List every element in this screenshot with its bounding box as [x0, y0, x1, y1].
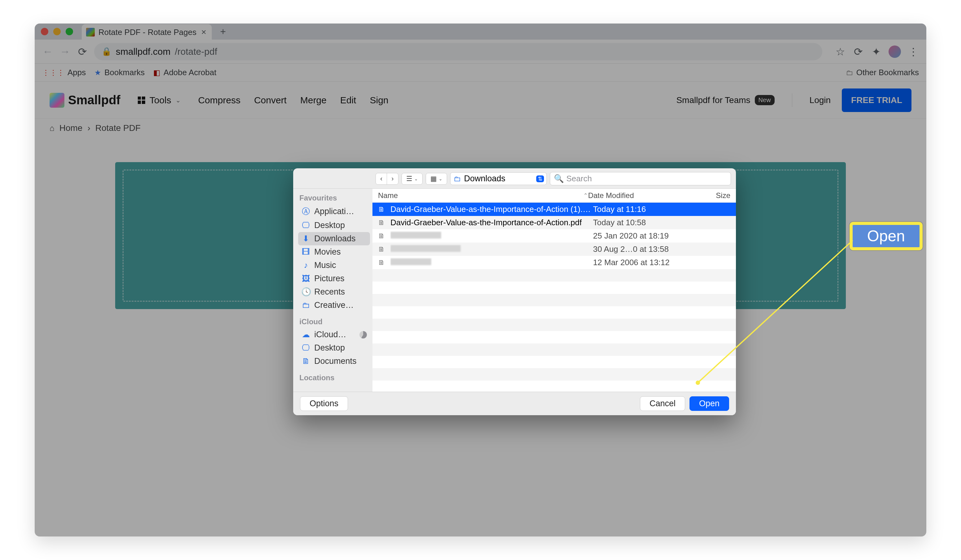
cancel-button[interactable]: Cancel — [640, 396, 685, 411]
sidebar-movies[interactable]: 🎞Movies — [298, 246, 370, 258]
breadcrumb-sep: › — [87, 123, 90, 133]
update-icon[interactable]: ⟳ — [853, 46, 864, 57]
adobe-shortcut[interactable]: ◧Adobe Acrobat — [153, 68, 216, 77]
document-icon: 🗎 — [378, 258, 387, 267]
logo-text: Smallpdf — [68, 93, 121, 107]
empty-row — [373, 306, 736, 319]
empty-row — [373, 269, 736, 282]
smallpdf-logo[interactable]: Smallpdf — [50, 93, 121, 108]
url-field[interactable]: 🔒 smallpdf.com/rotate-pdf — [94, 43, 822, 60]
bookmarks-shortcut[interactable]: ★Bookmarks — [95, 68, 145, 77]
app-header: Smallpdf Tools ⌄ Compress Convert Merge … — [35, 82, 926, 119]
sidebar-creative[interactable]: 🗀Creative… — [298, 298, 370, 312]
bookmarks-bar: ⋮⋮⋮Apps ★Bookmarks ◧Adobe Acrobat 🗀Other… — [35, 64, 926, 82]
menu-icon[interactable]: ⋮ — [908, 46, 919, 57]
file-name: David-Graeber-Value-as-the-Importance-of… — [391, 204, 593, 214]
zoom-window-icon[interactable] — [66, 28, 73, 35]
sidebar-icloud-desktop[interactable]: 🖵Desktop — [298, 341, 370, 355]
login-link[interactable]: Login — [810, 95, 831, 105]
nav-history: ‹ › — [376, 173, 399, 185]
home-icon[interactable]: ⌂ — [50, 124, 55, 133]
new-tab-button[interactable]: + — [217, 26, 229, 38]
nav-merge[interactable]: Merge — [301, 95, 327, 106]
other-bookmarks[interactable]: 🗀Other Bookmarks — [846, 68, 919, 77]
dialog-footer: Options Cancel Open — [293, 392, 736, 415]
apps-shortcut[interactable]: ⋮⋮⋮Apps — [42, 68, 86, 77]
tools-dropdown[interactable]: Tools ⌄ — [138, 95, 181, 106]
traffic-lights[interactable] — [41, 28, 73, 35]
file-row[interactable]: 🗎David-Graeber-Value-as-the-Importance-o… — [373, 203, 736, 216]
document-icon: 🗎 — [378, 219, 387, 227]
nav-convert[interactable]: Convert — [254, 95, 287, 106]
free-trial-button[interactable]: FREE TRIAL — [842, 88, 911, 112]
callout-annotation: Open — [850, 222, 922, 250]
nav-edit[interactable]: Edit — [340, 95, 356, 106]
teams-link[interactable]: Smallpdf for Teams New — [676, 95, 774, 105]
sidebar-applications[interactable]: ⒶApplicati… — [298, 204, 370, 219]
window-titlebar: Rotate PDF - Rotate Pages Onl × + — [35, 24, 926, 40]
grid-view-button[interactable]: ▦ ⌄ — [426, 173, 447, 185]
col-date[interactable]: Date Modified — [588, 191, 696, 200]
sidebar-icloud-documents[interactable]: 🗎Documents — [298, 355, 370, 368]
sidebar-icloud-drive[interactable]: ☁iCloud… — [298, 328, 370, 341]
chevron-down-icon: ⌄ — [175, 96, 181, 104]
location-dropdown[interactable]: 🗀 Downloads ⇅ — [450, 172, 547, 185]
file-date: Today at 10:58 — [593, 218, 698, 228]
empty-row — [373, 356, 736, 368]
forward-button[interactable]: → — [59, 46, 71, 57]
list-view-button[interactable]: ☰ ⌄ — [402, 173, 422, 185]
nav-compress[interactable]: Compress — [198, 95, 241, 106]
extensions-icon[interactable]: ✦ — [871, 46, 882, 57]
browser-tab[interactable]: Rotate PDF - Rotate Pages Onl × — [82, 24, 212, 40]
file-row[interactable]: 🗎25 Jan 2020 at 18:19 — [373, 229, 736, 242]
tab-close-icon[interactable]: × — [201, 27, 206, 37]
sidebar-desktop[interactable]: 🖵Desktop — [298, 219, 370, 232]
minimize-window-icon[interactable] — [53, 28, 61, 35]
open-button[interactable]: Open — [689, 396, 729, 411]
breadcrumb: ⌂ Home › Rotate PDF — [35, 119, 926, 137]
file-pane: Name⌃ Date Modified Size 🗎David-Graeber-… — [373, 189, 736, 392]
col-name[interactable]: Name⌃ — [378, 191, 588, 200]
dialog-sidebar: Favourites ⒶApplicati… 🖵Desktop ⬇Downloa… — [293, 189, 373, 392]
sidebar-music[interactable]: ♪Music — [298, 258, 370, 272]
file-date: 30 Aug 2…0 at 13:58 — [593, 244, 698, 254]
tab-title: Rotate PDF - Rotate Pages Onl — [98, 27, 198, 37]
file-row[interactable]: 🗎30 Aug 2…0 at 13:58 — [373, 242, 736, 256]
breadcrumb-home[interactable]: Home — [59, 123, 83, 133]
star-icon[interactable]: ☆ — [835, 46, 846, 57]
empty-row — [373, 368, 736, 380]
empty-row — [373, 294, 736, 306]
empty-row — [373, 343, 736, 356]
url-host: smallpdf.com — [116, 47, 170, 57]
breadcrumb-current: Rotate PDF — [95, 123, 141, 133]
close-window-icon[interactable] — [41, 28, 48, 35]
updown-icon: ⇅ — [536, 175, 544, 182]
forward-button[interactable]: › — [387, 173, 398, 185]
sidebar-pictures[interactable]: 🖼Pictures — [298, 272, 370, 285]
reload-button[interactable]: ⟳ — [77, 46, 88, 57]
back-button[interactable]: ‹ — [376, 173, 387, 185]
sidebar-downloads[interactable]: ⬇Downloads — [298, 232, 370, 246]
file-row[interactable]: 🗎David-Graeber-Value-as-the-Importance-o… — [373, 216, 736, 229]
search-field[interactable]: 🔍 Search — [550, 172, 731, 185]
nav-sign[interactable]: Sign — [370, 95, 388, 106]
column-headers: Name⌃ Date Modified Size — [373, 189, 736, 203]
profile-avatar[interactable] — [889, 45, 901, 58]
dialog-toolbar: ‹ › ☰ ⌄ ▦ ⌄ 🗀 Downloads ⇅ 🔍 Search — [293, 168, 736, 189]
svg-point-1 — [696, 380, 700, 385]
icloud-usage-icon — [360, 331, 367, 339]
file-row[interactable]: 🗎12 Mar 2006 at 13:12 — [373, 256, 736, 269]
search-icon: 🔍 — [554, 174, 564, 183]
col-size[interactable]: Size — [697, 191, 730, 200]
file-name — [391, 244, 593, 254]
back-button[interactable]: ← — [42, 46, 53, 57]
new-badge: New — [755, 95, 775, 105]
lock-icon: 🔒 — [101, 47, 111, 56]
options-button[interactable]: Options — [300, 396, 348, 411]
file-name — [391, 231, 593, 241]
sidebar-recents[interactable]: 🕓Recents — [298, 285, 370, 298]
empty-row — [373, 319, 736, 331]
browser-window: Rotate PDF - Rotate Pages Onl × + ← → ⟳ … — [35, 24, 926, 536]
file-name — [391, 258, 593, 267]
document-icon: 🗎 — [378, 205, 387, 213]
